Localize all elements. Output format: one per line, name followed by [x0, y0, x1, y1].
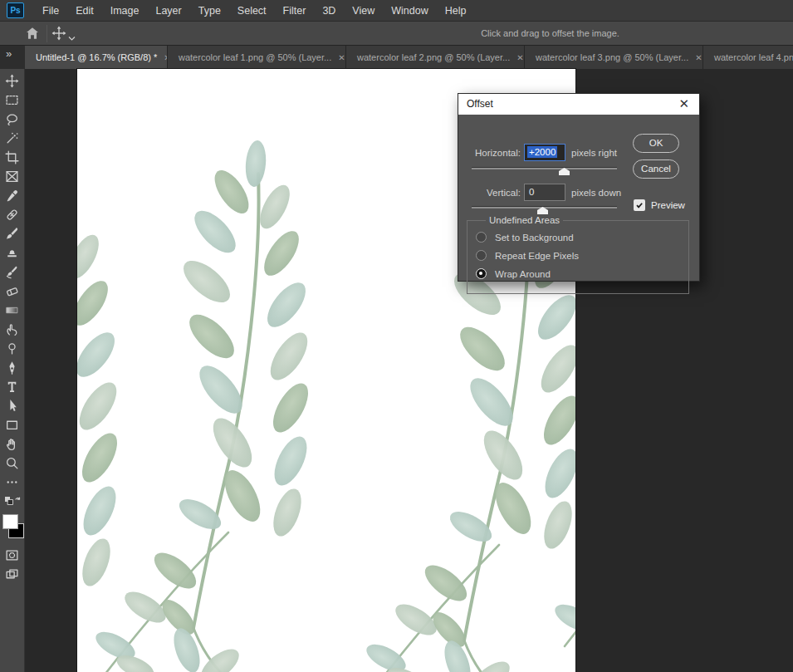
- cancel-button[interactable]: Cancel: [633, 159, 679, 179]
- radio-label: Wrap Around: [495, 269, 551, 279]
- tab-watercolor-leaf-1[interactable]: watercolor leaf 1.png @ 50% (Layer... ✕: [168, 46, 346, 69]
- undefined-areas-legend: Undefined Areas: [486, 215, 563, 225]
- type-tool[interactable]: [2, 377, 23, 396]
- dodge-tool[interactable]: [2, 339, 23, 358]
- chevron-down-icon[interactable]: [68, 30, 76, 45]
- vertical-input[interactable]: 0: [524, 184, 565, 201]
- preview-checkbox-row: Preview: [634, 199, 685, 211]
- move-tool[interactable]: [2, 71, 23, 91]
- quick-mask-icon[interactable]: [2, 546, 23, 565]
- edit-toolbar-icon[interactable]: [2, 473, 23, 492]
- dialog-body: Horizontal: +2000 pixels right OK Vertic…: [458, 115, 699, 281]
- menu-view[interactable]: View: [344, 0, 383, 22]
- menu-bar: Ps File Edit Image Layer Type Select Fil…: [0, 0, 793, 22]
- menu-layer[interactable]: Layer: [147, 0, 189, 22]
- foreground-color-swatch[interactable]: [2, 514, 18, 529]
- radio-icon-selected[interactable]: [476, 268, 487, 279]
- horizontal-value: +2000: [527, 146, 557, 158]
- magic-wand-tool[interactable]: [2, 129, 23, 148]
- menu-select[interactable]: Select: [229, 0, 275, 22]
- horizontal-unit-label: pixels right: [571, 148, 617, 158]
- photoshop-logo-icon: Ps: [7, 2, 24, 18]
- vertical-label: Vertical:: [465, 188, 521, 198]
- tab-label: watercolor leaf 1.png @ 50% (Layer...: [179, 52, 331, 62]
- offset-dialog: Offset ✕ Horizontal: +2000 pixels right …: [458, 93, 700, 282]
- gradient-tool[interactable]: [2, 301, 23, 320]
- tools-panel: [0, 69, 25, 672]
- menu-edit[interactable]: Edit: [67, 0, 102, 22]
- horizontal-input[interactable]: +2000: [524, 144, 565, 161]
- preview-checkbox[interactable]: [634, 199, 645, 211]
- tab-label: Untitled-1 @ 16.7% (RGB/8) *: [36, 52, 157, 62]
- undefined-areas-group: Undefined Areas Set to Background Repeat…: [467, 215, 689, 294]
- options-bar: Click and drag to offset the image.: [0, 22, 793, 46]
- menu-filter[interactable]: Filter: [275, 0, 315, 22]
- menu-image[interactable]: Image: [102, 0, 148, 22]
- ok-button[interactable]: OK: [633, 134, 679, 153]
- clone-stamp-tool[interactable]: [2, 243, 23, 262]
- menu-help[interactable]: Help: [437, 0, 475, 22]
- tab-label: watercolor leaf 2.png @ 50% (Layer...: [357, 52, 510, 62]
- lasso-tool[interactable]: [2, 110, 23, 129]
- photoshop-window: Ps File Edit Image Layer Type Select Fil…: [0, 0, 793, 672]
- tab-untitled-1[interactable]: Untitled-1 @ 16.7% (RGB/8) * ✕: [25, 46, 168, 69]
- menu-3d[interactable]: 3D: [314, 0, 344, 22]
- brush-tool[interactable]: [2, 224, 23, 243]
- move-tool-options-icon[interactable]: [51, 26, 66, 44]
- vertical-unit-label: pixels down: [571, 188, 621, 198]
- crop-tool[interactable]: [2, 148, 23, 167]
- menu-type[interactable]: Type: [190, 0, 229, 22]
- radio-repeat-edge-pixels[interactable]: Repeat Edge Pixels: [476, 250, 688, 261]
- rectangular-marquee-tool[interactable]: [2, 91, 23, 110]
- document-tab-bar: » Untitled-1 @ 16.7% (RGB/8) * ✕ waterco…: [0, 46, 793, 69]
- spot-healing-brush-tool[interactable]: [2, 205, 23, 224]
- radio-label: Set to Background: [495, 233, 574, 243]
- radio-label: Repeat Edge Pixels: [495, 251, 579, 261]
- close-icon[interactable]: ✕: [675, 94, 693, 115]
- radio-wrap-around[interactable]: Wrap Around: [476, 268, 688, 279]
- dialog-title[interactable]: Offset: [458, 94, 699, 115]
- pen-tool[interactable]: [2, 358, 23, 377]
- tab-label: watercolor leaf 4.png: [714, 52, 793, 62]
- menu-window[interactable]: Window: [383, 0, 436, 22]
- color-swatches: [0, 513, 25, 546]
- options-separator: [47, 25, 47, 42]
- path-selection-tool[interactable]: [2, 396, 23, 415]
- home-icon[interactable]: [25, 26, 40, 44]
- smudge-tool[interactable]: [2, 320, 23, 339]
- tab-label: watercolor leaf 3.png @ 50% (Layer...: [536, 52, 688, 62]
- swap-colors-icon[interactable]: [2, 492, 23, 511]
- hand-tool[interactable]: [2, 434, 23, 454]
- eyedropper-tool[interactable]: [2, 186, 23, 205]
- chevron-double-right-icon[interactable]: »: [6, 47, 10, 60]
- tab-watercolor-leaf-2[interactable]: watercolor leaf 2.png @ 50% (Layer... ✕: [346, 46, 525, 69]
- radio-icon[interactable]: [476, 250, 487, 261]
- close-icon[interactable]: ✕: [516, 53, 523, 62]
- screen-mode-icon[interactable]: [2, 565, 23, 584]
- rectangle-tool[interactable]: [2, 415, 23, 434]
- frame-tool[interactable]: [2, 167, 23, 186]
- menu-file[interactable]: File: [34, 0, 67, 22]
- radio-set-to-background[interactable]: Set to Background: [476, 232, 688, 243]
- history-brush-tool[interactable]: [2, 262, 23, 282]
- preview-label: Preview: [651, 200, 685, 210]
- zoom-tool[interactable]: [2, 454, 23, 473]
- eraser-tool[interactable]: [2, 282, 23, 301]
- horizontal-slider-track[interactable]: [472, 168, 617, 169]
- tab-watercolor-leaf-3[interactable]: watercolor leaf 3.png @ 50% (Layer... ✕: [525, 46, 703, 69]
- tab-watercolor-leaf-4[interactable]: watercolor leaf 4.png: [703, 46, 793, 69]
- radio-icon[interactable]: [476, 232, 487, 243]
- tool-hint-text: Click and drag to offset the image.: [357, 22, 743, 46]
- horizontal-label: Horizontal:: [465, 148, 521, 158]
- close-icon[interactable]: ✕: [695, 53, 702, 62]
- close-icon[interactable]: ✕: [338, 53, 345, 62]
